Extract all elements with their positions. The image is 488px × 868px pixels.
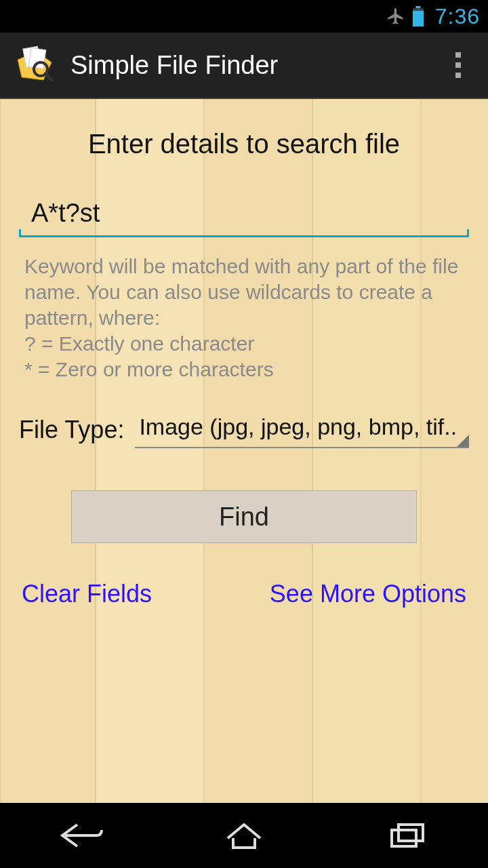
battery-icon [412, 6, 424, 26]
search-input[interactable] [19, 195, 469, 237]
navigation-bar [0, 803, 488, 868]
back-icon [57, 819, 106, 852]
svg-rect-8 [399, 825, 423, 841]
file-type-value: Image (jpg, jpeg, png, bmp, tif.. [139, 414, 457, 439]
file-type-spinner[interactable]: Image (jpg, jpeg, png, bmp, tif.. [135, 411, 469, 448]
find-button[interactable]: Find [71, 490, 417, 543]
svg-rect-4 [28, 48, 46, 69]
file-type-label: File Type: [19, 416, 124, 448]
airplane-mode-icon [386, 7, 405, 26]
see-more-options-link[interactable]: See More Options [270, 580, 466, 608]
overflow-menu-button[interactable] [442, 46, 474, 84]
back-button[interactable] [41, 815, 122, 856]
recents-icon [386, 819, 427, 852]
search-field-wrap [19, 195, 469, 237]
action-bar: Simple File Finder [0, 33, 488, 99]
clock-time: 7:36 [435, 4, 480, 29]
page-heading: Enter details to search file [19, 129, 469, 159]
file-type-row: File Type: Image (jpg, jpeg, png, bmp, t… [19, 411, 469, 448]
status-bar: 7:36 [0, 0, 488, 33]
svg-rect-0 [415, 6, 420, 8]
clear-fields-link[interactable]: Clear Fields [22, 580, 152, 608]
svg-line-6 [45, 74, 52, 80]
svg-rect-7 [392, 830, 416, 846]
more-vert-icon [455, 52, 461, 78]
home-icon [224, 819, 264, 852]
home-button[interactable] [203, 815, 285, 856]
links-row: Clear Fields See More Options [22, 580, 466, 608]
svg-rect-2 [413, 11, 424, 26]
helper-text: Keyword will be matched with any part of… [24, 254, 464, 382]
app-icon [14, 43, 57, 87]
dropdown-indicator-icon [457, 435, 469, 447]
app-title: Simple File Finder [70, 51, 442, 80]
main-content: Enter details to search file Keyword wil… [0, 99, 488, 803]
recents-button[interactable] [366, 815, 447, 856]
